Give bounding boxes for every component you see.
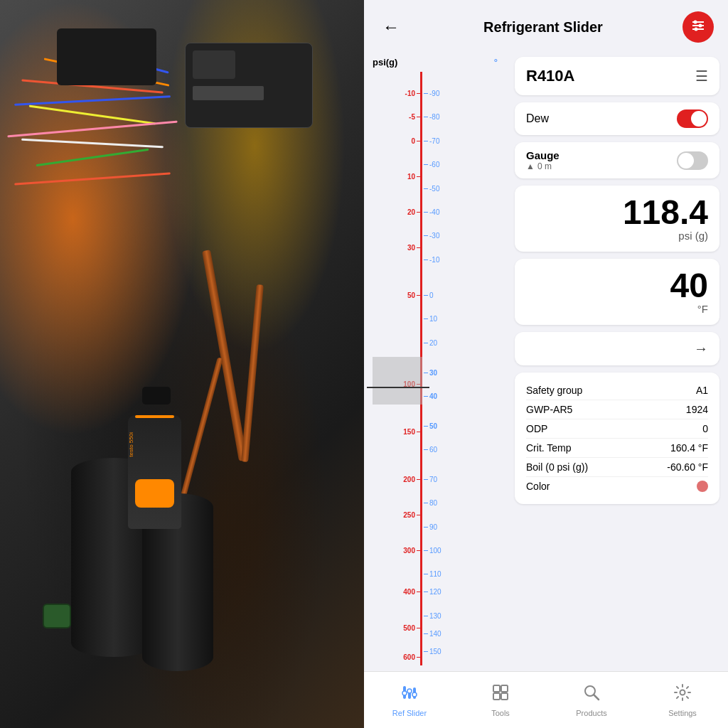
- app-content: psi(g) ° -10 -5 0 10 20 30 50 100 150 20…: [364, 51, 728, 671]
- crit-temp-row: Crit. Temp 160.4 °F: [526, 439, 708, 458]
- nav-products[interactable]: Products: [567, 683, 616, 717]
- svg-rect-12: [493, 685, 500, 692]
- svg-point-18: [680, 690, 685, 695]
- safety-group-row: Safety group A1: [526, 381, 708, 400]
- page-title: Refrigerant Slider: [404, 19, 682, 36]
- refrigerant-selector[interactable]: R410A ☰: [515, 57, 719, 95]
- boil-label: Boil (0 psi (g)): [526, 461, 588, 473]
- mountain-icon: ▲: [526, 161, 535, 171]
- gwp-label: GWP-AR5: [526, 404, 572, 415]
- nav-settings[interactable]: Settings: [658, 683, 707, 717]
- refrigerant-name: R410A: [526, 67, 574, 85]
- gwp-row: GWP-AR5 1924: [526, 400, 708, 419]
- color-row: Color: [526, 477, 708, 496]
- boil-value: -60.60 °F: [667, 461, 708, 473]
- nav-settings-label: Settings: [668, 709, 697, 717]
- nav-ref-slider-label: Ref Slider: [392, 709, 427, 717]
- color-swatch: [697, 481, 708, 492]
- gauge-toggle-knob: [678, 153, 694, 168]
- svg-point-11: [412, 692, 417, 697]
- tool-device: testo 550i: [128, 387, 185, 529]
- safety-group-label: Safety group: [526, 385, 582, 396]
- boil-row: Boil (0 psi (g)) -60.60 °F: [526, 458, 708, 477]
- odp-label: ODP: [526, 423, 547, 434]
- slider-labels: psi(g) °: [373, 57, 498, 68]
- nav-products-label: Products: [576, 709, 606, 717]
- filter-button[interactable]: [682, 11, 714, 43]
- dew-toggle[interactable]: [677, 109, 708, 128]
- bottom-nav: Ref Slider Tools Products: [364, 671, 728, 728]
- gauge-info: Gauge ▲ 0 m: [526, 149, 560, 171]
- list-icon: ☰: [695, 68, 708, 85]
- pressure-unit: psi (g): [678, 230, 708, 242]
- gwp-value: 1924: [686, 404, 708, 415]
- svg-rect-13: [501, 685, 508, 692]
- ref-slider-icon: [400, 683, 419, 706]
- temp-unit-label: °: [494, 57, 498, 68]
- odp-value: 0: [702, 423, 708, 434]
- color-label: Color: [526, 481, 550, 492]
- info-panel: R410A ☰ Dew Gauge ▲ 0 m: [506, 51, 728, 671]
- pressure-unit-label: psi(g): [373, 57, 397, 68]
- svg-point-3: [694, 20, 697, 23]
- scale-wrapper[interactable]: -10 -5 0 10 20 30 50 100 150 200 250 300…: [373, 72, 498, 665]
- odp-row: ODP 0: [526, 419, 708, 439]
- temp-scale: -90 -80 -70 -60 -50 -40 -30 -10 0 10 20 …: [424, 72, 466, 665]
- svg-rect-15: [501, 693, 508, 700]
- gauge-sub: ▲ 0 m: [526, 161, 560, 171]
- temp-value: 40: [670, 269, 708, 303]
- nav-tools[interactable]: Tools: [476, 683, 525, 717]
- temp-display: 40 °F: [515, 259, 719, 325]
- dew-row: Dew: [515, 102, 719, 135]
- gauge-altitude: 0 m: [537, 161, 552, 171]
- back-arrow-icon: ←: [382, 17, 400, 37]
- slider-section: psi(g) ° -10 -5 0 10 20 30 50 100 150 20…: [364, 51, 506, 671]
- gauge-row: Gauge ▲ 0 m: [515, 142, 719, 178]
- pressure-display: 118.4 psi (g): [515, 186, 719, 252]
- gauge-toggle[interactable]: [677, 151, 708, 170]
- svg-rect-14: [493, 693, 500, 700]
- nav-tools-label: Tools: [491, 709, 510, 717]
- svg-line-17: [594, 695, 599, 700]
- svg-point-10: [407, 689, 412, 693]
- svg-point-4: [699, 23, 702, 27]
- back-button[interactable]: ←: [378, 14, 404, 40]
- nav-ref-slider[interactable]: Ref Slider: [385, 683, 434, 717]
- app-panel: ← Refrigerant Slider psi(g) °: [364, 0, 728, 728]
- pressure-scale: -10 -5 0 10 20 30 50 100 150 200 250 300…: [373, 72, 422, 665]
- filter-icon: [690, 18, 706, 37]
- toggle-knob: [691, 111, 707, 127]
- svg-point-9: [402, 691, 407, 695]
- gauge-label: Gauge: [526, 149, 560, 161]
- settings-icon: [673, 683, 692, 706]
- pressure-value: 118.4: [623, 196, 708, 230]
- properties-table: Safety group A1 GWP-AR5 1924 ODP 0 Crit.…: [515, 373, 719, 504]
- arrow-right-icon: →: [694, 341, 708, 357]
- svg-point-5: [695, 27, 698, 31]
- crit-temp-value: 160.4 °F: [670, 442, 708, 454]
- temp-unit: °F: [697, 303, 708, 315]
- arrow-button[interactable]: →: [515, 332, 719, 365]
- tools-icon: [491, 683, 510, 706]
- products-icon: [582, 683, 601, 706]
- safety-group-value: A1: [696, 385, 708, 396]
- photo-panel: testo 550i: [0, 0, 364, 728]
- crit-temp-label: Crit. Temp: [526, 442, 572, 454]
- dew-label: Dew: [526, 112, 549, 125]
- app-header: ← Refrigerant Slider: [364, 0, 728, 51]
